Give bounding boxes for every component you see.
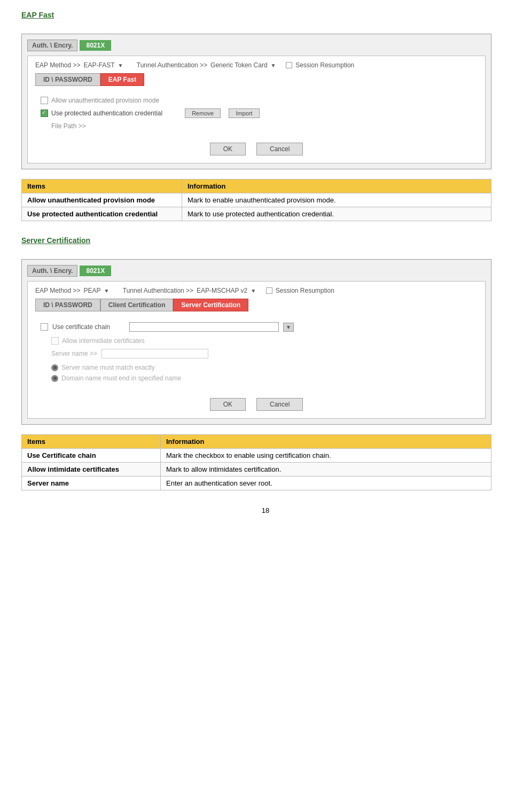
eap-method-dropdown-arrow[interactable]: ▼: [118, 63, 123, 68]
use-protected-checkbox[interactable]: [41, 110, 48, 117]
eap-fast-table: Items Information Allow unauthenticated …: [21, 179, 491, 221]
eap-fast-tabs: ID \ PASSWORD EAP Fast: [35, 73, 478, 86]
server-cert-eap-dropdown-arrow[interactable]: ▼: [104, 288, 110, 294]
allow-intermidiate-row: Allow intermidiate certificates: [51, 337, 472, 345]
eap-fast-dialog-inner: EAP Method >> EAP-FAST ▼ Tunnel Authenti…: [27, 56, 486, 163]
allow-unauth-checkbox[interactable]: [41, 97, 48, 104]
eap-fast-dialog-header: Auth. \ Encry. 8021X: [27, 40, 486, 51]
server-cert-dialog-inner: EAP Method >> PEAP ▼ Tunnel Authenticati…: [27, 281, 486, 419]
allow-unauth-row: Allow unauthenticated provision mode: [41, 97, 472, 104]
eap-method-label: EAP Method >>: [35, 61, 81, 69]
tunnel-auth-dropdown-arrow[interactable]: ▼: [271, 63, 276, 68]
eap-fast-btn-row: OK Cancel: [35, 137, 478, 158]
use-cert-chain-checkbox[interactable]: [41, 323, 48, 331]
server-cert-table: Items Information Use Certificate chain …: [21, 434, 491, 490]
server-cert-tunnel-auth-label: Tunnel Authentication >>: [123, 287, 193, 294]
server-cert-tabs: ID \ PASSWORD Client Certification Serve…: [35, 299, 478, 311]
tunnel-auth-label: Tunnel Authentication >>: [137, 61, 207, 69]
server-cert-info-2: Mark to allow intimidates certification.: [161, 463, 491, 477]
table-row: Use Certificate chain Mark the checkbox …: [22, 449, 491, 463]
server-cert-item-3: Server name: [22, 477, 161, 490]
server-cert-eap-method-row: EAP Method >> PEAP ▼ Tunnel Authenticati…: [35, 287, 478, 294]
server-cert-session-label: Session Resumption: [276, 287, 334, 294]
eap-fast-table-col1: Items: [22, 179, 182, 193]
eap-fast-info-1: Mark to enable unauthenticated provision…: [182, 193, 491, 207]
file-path-row: File Path >>: [51, 122, 472, 130]
domain-end-label: Domain name must end in specified name: [61, 374, 181, 382]
eap-method-value: EAP-FAST: [84, 61, 115, 69]
eap-fast-table-col2: Information: [182, 179, 491, 193]
eap-fast-item-1: Allow unauthenticated provision mode: [22, 193, 182, 207]
eap-method-row: EAP Method >> EAP-FAST ▼ Tunnel Authenti…: [35, 61, 478, 69]
tab-client-cert[interactable]: Client Certification: [100, 299, 174, 311]
eap-fast-info-2: Mark to use protected authentication cre…: [182, 207, 491, 221]
cert-chain-select[interactable]: [129, 322, 279, 332]
tab-eap-fast[interactable]: EAP Fast: [100, 73, 144, 86]
tab-server-cert[interactable]: Server Certification: [173, 299, 248, 311]
server-cert-eap-method-label: EAP Method >>: [35, 287, 81, 294]
8021x-button[interactable]: 8021X: [80, 40, 111, 51]
server-name-row: Server name >>: [51, 349, 472, 358]
server-name-input[interactable]: [101, 349, 208, 358]
session-resumption-label: Session Resumption: [295, 61, 354, 69]
table-row: Allow intimidate certificates Mark to al…: [22, 463, 491, 477]
server-cert-cancel-button[interactable]: Cancel: [256, 398, 303, 411]
server-cert-btn-row: OK Cancel: [35, 393, 478, 413]
server-cert-table-col2: Information: [161, 435, 491, 449]
allow-unauth-label: Allow unauthenticated provision mode: [51, 97, 159, 104]
server-cert-dialog-header: Auth. \ Encry. 8021X: [27, 265, 486, 277]
server-cert-item-1: Use Certificate chain: [22, 449, 161, 463]
tunnel-auth-value: Generic Token Card: [210, 61, 268, 69]
server-cert-tunnel-dropdown-arrow[interactable]: ▼: [251, 288, 256, 294]
server-cert-ok-button[interactable]: OK: [210, 398, 246, 411]
use-protected-label: Use protected authentication credential: [51, 110, 162, 117]
allow-intermidiate-checkbox[interactable]: [51, 337, 59, 345]
server-cert-info-1: Mark the checkbox to enable using certif…: [161, 449, 491, 463]
domain-end-row: Domain name must end in specified name: [51, 374, 472, 382]
eap-fast-dialog: Auth. \ Encry. 8021X EAP Method >> EAP-F…: [21, 34, 491, 169]
tab-id-password[interactable]: ID \ PASSWORD: [35, 73, 100, 86]
server-cert-tunnel-auth-value: EAP-MSCHAP v2: [197, 287, 247, 294]
server-name-label: Server name >>: [51, 350, 97, 357]
eap-fast-item-2: Use protected authentication credential: [22, 207, 182, 221]
auth-encry-label: Auth. \ Encry.: [27, 40, 77, 51]
server-cert-eap-method-value: PEAP: [84, 287, 101, 294]
match-exactly-row: Server name must match exactly: [51, 364, 472, 371]
cancel-button[interactable]: Cancel: [256, 143, 303, 155]
page-number: 18: [21, 506, 510, 514]
server-cert-info-3: Enter an authentication sever root.: [161, 477, 491, 490]
table-row: Allow unauthenticated provision mode Mar…: [22, 193, 491, 207]
session-resumption-checkbox[interactable]: [286, 62, 292, 68]
import-button[interactable]: Import: [229, 108, 259, 118]
server-cert-title: Server Certification: [21, 236, 510, 245]
table-row: Use protected authentication credential …: [22, 207, 491, 221]
domain-end-radio[interactable]: [51, 375, 58, 382]
table-row: Server name Enter an authentication seve…: [22, 477, 491, 490]
use-protected-row: Use protected authentication credential …: [41, 108, 472, 118]
eap-fast-title: EAP Fast: [21, 11, 510, 19]
remove-button[interactable]: Remove: [185, 108, 221, 118]
server-cert-table-col1: Items: [22, 435, 161, 449]
server-cert-inner-content: Use certificate chain ▼ Allow intermidia…: [35, 317, 478, 391]
server-cert-dialog: Auth. \ Encry. 8021X EAP Method >> PEAP …: [21, 259, 491, 425]
server-cert-session-checkbox[interactable]: [266, 287, 272, 294]
server-cert-item-2: Allow intimidate certificates: [22, 463, 161, 477]
file-path-label: File Path >>: [51, 122, 86, 130]
cert-chain-dropdown-arrow[interactable]: ▼: [283, 323, 294, 332]
match-exactly-radio[interactable]: [51, 364, 58, 371]
use-cert-chain-row: Use certificate chain ▼: [41, 322, 472, 332]
tab-id-password-sc[interactable]: ID \ PASSWORD: [35, 299, 100, 311]
allow-intermidiate-label: Allow intermidiate certificates: [62, 337, 145, 345]
ok-button[interactable]: OK: [210, 143, 246, 155]
use-cert-chain-label: Use certificate chain: [52, 323, 110, 331]
server-cert-auth-label: Auth. \ Encry.: [27, 265, 77, 277]
eap-fast-inner-content: Allow unauthenticated provision mode Use…: [35, 91, 478, 135]
server-cert-8021x-button[interactable]: 8021X: [80, 266, 111, 276]
match-exactly-label: Server name must match exactly: [61, 364, 155, 371]
